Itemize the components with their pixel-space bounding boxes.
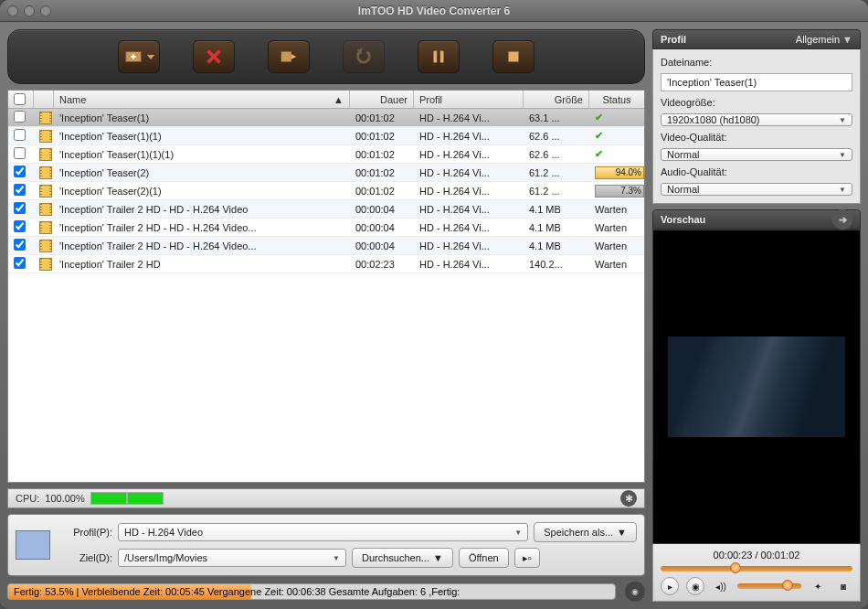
svg-marker-6 — [291, 54, 297, 59]
profile-panel-title: Profil — [661, 34, 686, 45]
window-title: ImTOO HD Video Converter 6 — [0, 5, 868, 17]
file-profile: HD - H.264 Vi... — [414, 222, 524, 233]
output-panel: Profil(P): HD - H.264 Video▼ Speichern a… — [7, 514, 645, 576]
snapshot-button[interactable]: ◙ — [834, 577, 852, 595]
file-size: 62.6 ... — [524, 149, 589, 160]
file-status: ✔ — [589, 130, 644, 142]
file-status: Warten — [589, 204, 644, 215]
vquality-label: Video-Qualität: — [661, 132, 852, 143]
preview-controls: 00:00:23 / 00:01:02 ▸ ◉ ◂)) ✦ ◙ — [652, 544, 861, 602]
videosize-combo[interactable]: 1920x1080 (hd1080)▼ — [661, 113, 852, 126]
list-header: Name▲ Dauer Profil Größe Status — [8, 91, 644, 109]
volume-slider[interactable] — [737, 583, 801, 589]
header-name[interactable]: Name▲ — [54, 91, 350, 108]
table-row[interactable]: 'Inception' Teaser(1)00:01:02HD - H.264 … — [8, 109, 644, 127]
file-status: 7.3% — [589, 185, 644, 198]
header-duration[interactable]: Dauer — [350, 91, 414, 108]
expand-icon[interactable]: ➔ — [832, 209, 852, 230]
header-checkbox[interactable] — [8, 91, 34, 108]
status-text: Fertig: 53.5% | Verbleibende Zeit: 00:05… — [8, 586, 465, 597]
profile-combo[interactable]: HD - H.264 Video▼ — [118, 523, 528, 541]
svg-rect-10 — [509, 52, 519, 62]
row-checkbox[interactable] — [8, 257, 34, 271]
effects-button[interactable]: ✦ — [809, 577, 827, 595]
preview-screen[interactable] — [652, 230, 861, 544]
file-duration: 00:01:02 — [350, 149, 414, 160]
row-checkbox[interactable] — [8, 166, 34, 179]
file-name: 'Inception' Teaser(2) — [54, 167, 350, 178]
open-button[interactable]: Öffnen — [459, 548, 509, 568]
stop-preview-button[interactable]: ◉ — [686, 577, 704, 595]
file-profile: HD - H.264 Vi... — [414, 149, 524, 160]
table-row[interactable]: 'Inception' Teaser(1)(1)(1)00:01:02HD - … — [8, 145, 644, 164]
video-frame — [668, 337, 845, 436]
list-body[interactable]: 'Inception' Teaser(1)00:01:02HD - H.264 … — [8, 109, 644, 482]
settings-button[interactable]: ✱ — [620, 490, 637, 507]
row-checkbox[interactable] — [8, 147, 34, 161]
row-checkbox[interactable] — [8, 202, 34, 216]
row-checkbox[interactable] — [8, 129, 34, 143]
aquality-combo[interactable]: Normal▼ — [661, 183, 852, 196]
file-size: 61.2 ... — [524, 186, 589, 197]
content-area: Name▲ Dauer Profil Größe Status 'Incepti… — [0, 22, 868, 609]
row-checkbox[interactable] — [8, 111, 34, 124]
file-profile: HD - H.264 Vi... — [414, 131, 524, 142]
file-name: 'Inception' Teaser(1) — [54, 112, 350, 123]
progress-bar: 7.3% — [595, 185, 644, 198]
filename-field[interactable]: 'Inception' Teaser(1) — [661, 73, 852, 91]
wait-text: Warten — [595, 204, 627, 215]
browse-button[interactable]: Durchsuchen...▼ — [352, 548, 453, 568]
left-pane: Name▲ Dauer Profil Größe Status 'Incepti… — [7, 29, 645, 602]
add-file-button[interactable] — [118, 40, 160, 73]
play-button[interactable]: ▸ — [661, 577, 679, 595]
file-status: ✔ — [589, 112, 644, 123]
header-profile[interactable]: Profil — [414, 91, 524, 108]
aquality-label: Audio-Qualität: — [661, 166, 852, 177]
vquality-combo[interactable]: Normal▼ — [661, 148, 852, 161]
table-row[interactable]: 'Inception' Trailer 2 HD - HD - H.264 Vi… — [8, 219, 644, 237]
stop-button[interactable] — [492, 40, 535, 73]
file-status: Warten — [589, 259, 644, 270]
file-list: Name▲ Dauer Profil Größe Status 'Incepti… — [7, 90, 645, 483]
file-status: 94.0% — [589, 166, 644, 179]
volume-icon[interactable]: ◂)) — [712, 577, 730, 595]
table-row[interactable]: 'Inception' Trailer 2 HD - HD - H.264 Vi… — [8, 237, 644, 255]
undo-button[interactable] — [343, 40, 385, 73]
save-as-button[interactable]: Speichern als...▼ — [534, 522, 637, 542]
table-row[interactable]: 'Inception' Trailer 2 HD00:02:23HD - H.2… — [8, 255, 644, 273]
file-icon — [34, 203, 54, 216]
check-icon: ✔ — [595, 148, 603, 159]
seek-slider[interactable] — [661, 566, 852, 572]
file-icon — [34, 185, 54, 198]
disc-button[interactable]: ◉ — [625, 582, 645, 602]
cpu-bar: CPU: 100.00% ✱ — [7, 488, 645, 508]
convert-button[interactable] — [268, 40, 310, 73]
table-row[interactable]: 'Inception' Teaser(2)00:01:02HD - H.264 … — [8, 164, 644, 182]
pause-button[interactable] — [418, 40, 460, 73]
table-row[interactable]: 'Inception' Teaser(2)(1)00:01:02HD - H.2… — [8, 182, 644, 200]
file-icon — [34, 166, 54, 179]
file-duration: 00:01:02 — [350, 131, 414, 142]
row-checkbox[interactable] — [8, 220, 34, 234]
file-icon — [34, 258, 54, 271]
file-icon — [34, 148, 54, 161]
check-icon: ✔ — [595, 112, 603, 123]
remove-button[interactable] — [193, 40, 235, 73]
filename-label: Dateiname: — [661, 57, 852, 68]
dest-combo[interactable]: /Users/Img/Movies▼ — [118, 549, 346, 567]
file-duration: 00:01:02 — [350, 186, 414, 197]
general-link[interactable]: Allgemein▼ — [796, 34, 852, 45]
file-size: 62.6 ... — [524, 131, 589, 142]
device-button[interactable]: ▸▫ — [514, 548, 540, 568]
header-status[interactable]: Status — [589, 91, 644, 108]
cpu-label: CPU: — [16, 493, 39, 504]
row-checkbox[interactable] — [8, 239, 34, 252]
row-checkbox[interactable] — [8, 184, 34, 198]
header-size[interactable]: Größe — [524, 91, 589, 108]
table-row[interactable]: 'Inception' Teaser(1)(1)00:01:02HD - H.2… — [8, 127, 644, 145]
chevron-down-icon — [147, 55, 154, 59]
table-row[interactable]: 'Inception' Trailer 2 HD - HD - H.264 Vi… — [8, 200, 644, 219]
file-icon — [34, 221, 54, 234]
svg-rect-5 — [281, 52, 291, 62]
file-size: 61.2 ... — [524, 167, 589, 178]
